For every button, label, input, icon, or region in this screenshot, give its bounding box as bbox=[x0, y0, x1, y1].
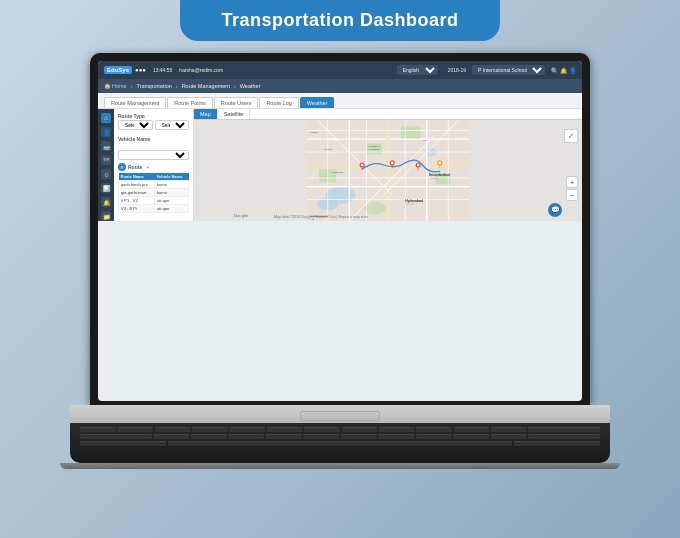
page-title: Transportation Dashboard bbox=[200, 10, 480, 31]
key bbox=[378, 434, 414, 439]
key bbox=[528, 427, 600, 432]
keyboard-row-1 bbox=[80, 427, 600, 432]
zoom-out-button[interactable]: − bbox=[566, 189, 578, 201]
svg-point-35 bbox=[417, 164, 420, 167]
table-row[interactable]: gach-btech-prc kurno bbox=[119, 181, 189, 189]
laptop-keyboard bbox=[70, 423, 610, 463]
tab-route-points[interactable]: Route Points bbox=[167, 97, 213, 108]
user-icon[interactable]: 👤 bbox=[569, 67, 576, 74]
language-select[interactable]: English bbox=[397, 65, 438, 75]
svg-point-38 bbox=[438, 162, 441, 165]
svg-text:Hyderabad: Hyderabad bbox=[369, 148, 380, 150]
route-label: Route bbox=[128, 164, 142, 170]
route-type-select[interactable]: Select bbox=[118, 120, 153, 130]
svg-text:University of: University of bbox=[369, 145, 381, 147]
route-table: Route Name Vehicle Name gach-btech-prc k… bbox=[118, 173, 189, 213]
home-icon: 🏠 bbox=[104, 83, 111, 89]
tab-weather[interactable]: Weather bbox=[300, 97, 335, 108]
key bbox=[228, 434, 264, 439]
vehicle-name-select[interactable] bbox=[118, 150, 189, 160]
add-route-icon[interactable]: + bbox=[146, 164, 149, 170]
sidebar-icon-folder[interactable]: 📁 bbox=[101, 211, 111, 221]
laptop-trackpad[interactable] bbox=[300, 411, 380, 421]
key bbox=[117, 427, 153, 432]
map-tab-map[interactable]: Map bbox=[194, 109, 218, 119]
nav-weather[interactable]: Weather bbox=[240, 83, 261, 89]
chat-bubble-button[interactable]: 💬 bbox=[548, 203, 562, 217]
key bbox=[491, 427, 527, 432]
col-vehicle-name: Vehicle Name bbox=[155, 173, 189, 181]
laptop-mockup: EduSys ●●● 13:44:55 harsha@redim.com Eng… bbox=[60, 53, 620, 469]
key bbox=[267, 427, 303, 432]
table-row[interactable]: V2 - B Pi sti-rger bbox=[119, 205, 189, 213]
sidebar-icon-bell[interactable]: 🔔 bbox=[101, 197, 111, 207]
key bbox=[229, 427, 265, 432]
sidebar-icon-home[interactable]: ⌂ bbox=[101, 113, 111, 123]
map-expand-button[interactable]: ⤢ bbox=[564, 129, 578, 143]
keyboard-row-3 bbox=[80, 441, 600, 446]
app-logo-text: ●●● bbox=[135, 67, 146, 73]
sidebar-icon-settings[interactable]: ⚙ bbox=[101, 169, 111, 179]
key bbox=[192, 427, 228, 432]
key bbox=[379, 427, 415, 432]
filter-panel: Route Type Select Select Vehicle Name bbox=[114, 109, 194, 221]
laptop-base bbox=[60, 463, 620, 469]
route-name-cell: gta-garhi-town bbox=[119, 189, 155, 197]
table-row[interactable]: gta-garhi-town kurno bbox=[119, 189, 189, 197]
topbar-icons: 🔍 🔔 👤 bbox=[551, 67, 576, 74]
svg-text:HICC: HICC bbox=[422, 139, 428, 141]
map-footer: Map data ©2018 Google | Terms of Use | R… bbox=[274, 215, 368, 219]
topbar-year: 2018-19 bbox=[448, 67, 466, 73]
route-header: R Route + bbox=[118, 163, 189, 171]
map-tabs: Map Satellite bbox=[194, 109, 582, 120]
vehicle-name-cell: sti-rger bbox=[155, 197, 189, 205]
screen-bezel: EduSys ●●● 13:44:55 harsha@redim.com Eng… bbox=[90, 53, 590, 405]
route-name-select[interactable]: Select bbox=[155, 120, 190, 130]
nav-transportation[interactable]: Transportation bbox=[137, 83, 172, 89]
zoom-in-button[interactable]: + bbox=[566, 176, 578, 188]
svg-point-8 bbox=[364, 202, 386, 215]
spacebar-key bbox=[168, 441, 513, 446]
key bbox=[453, 434, 489, 439]
key bbox=[491, 434, 527, 439]
map-background[interactable]: Secunderabad ఎజిమ్‌లాజ్ Hyderabad హైదరాబ… bbox=[194, 109, 582, 221]
tab-route-users[interactable]: Route Users bbox=[214, 97, 259, 108]
key bbox=[342, 427, 378, 432]
route-type-row: Select Select bbox=[118, 120, 189, 133]
key bbox=[80, 441, 166, 446]
nav-home[interactable]: 🏠 Home bbox=[104, 83, 127, 89]
laptop-body bbox=[70, 405, 610, 423]
svg-text:Golconda: Golconda bbox=[323, 148, 333, 150]
keyboard-row-2 bbox=[80, 434, 600, 439]
route-name-cell: V2 - B Pi bbox=[119, 205, 155, 213]
search-icon[interactable]: 🔍 bbox=[551, 67, 558, 74]
sidebar-icon-person[interactable]: 👤 bbox=[101, 127, 111, 137]
sidebar-icon-chart[interactable]: 📊 bbox=[101, 183, 111, 193]
key bbox=[416, 434, 452, 439]
page-area: ⌂ 👤 🚌 🗺 ⚙ 📊 🔔 📁 Route Type Select bbox=[98, 109, 582, 221]
tab-route-log[interactable]: Route Log bbox=[259, 97, 298, 108]
school-select[interactable]: P International School bbox=[472, 65, 545, 75]
vehicle-name-cell: sti-rger bbox=[155, 205, 189, 213]
sidebar-icon-bus[interactable]: 🚌 bbox=[101, 141, 111, 151]
bell-icon[interactable]: 🔔 bbox=[560, 67, 567, 74]
key bbox=[153, 434, 189, 439]
table-row[interactable]: # P1 - V2 sti-rger bbox=[119, 197, 189, 205]
col-route-name: Route Name bbox=[119, 173, 155, 181]
nav-arrow-3: › bbox=[234, 83, 236, 89]
sidebar-icon-map[interactable]: 🗺 bbox=[101, 155, 111, 165]
vehicle-name-label: Vehicle Name bbox=[118, 136, 189, 142]
map-svg: Secunderabad ఎజిమ్‌లాజ్ Hyderabad హైదరాబ… bbox=[194, 109, 582, 221]
svg-point-29 bbox=[361, 164, 364, 167]
map-tab-satellite[interactable]: Satellite bbox=[218, 109, 251, 119]
key bbox=[80, 434, 152, 439]
nav-arrow-1: › bbox=[131, 83, 133, 89]
key bbox=[303, 434, 339, 439]
logo-area: EduSys ●●● 13:44:55 harsha@redim.com bbox=[104, 66, 391, 74]
key bbox=[454, 427, 490, 432]
nav-bar: 🏠 Home › Transportation › Route Manageme… bbox=[98, 79, 582, 93]
nav-route-management[interactable]: Route Management bbox=[182, 83, 230, 89]
tab-route-management[interactable]: Route Management bbox=[104, 97, 166, 108]
google-logo: Google bbox=[234, 213, 248, 218]
route-name-cell: gach-btech-prc bbox=[119, 181, 155, 189]
